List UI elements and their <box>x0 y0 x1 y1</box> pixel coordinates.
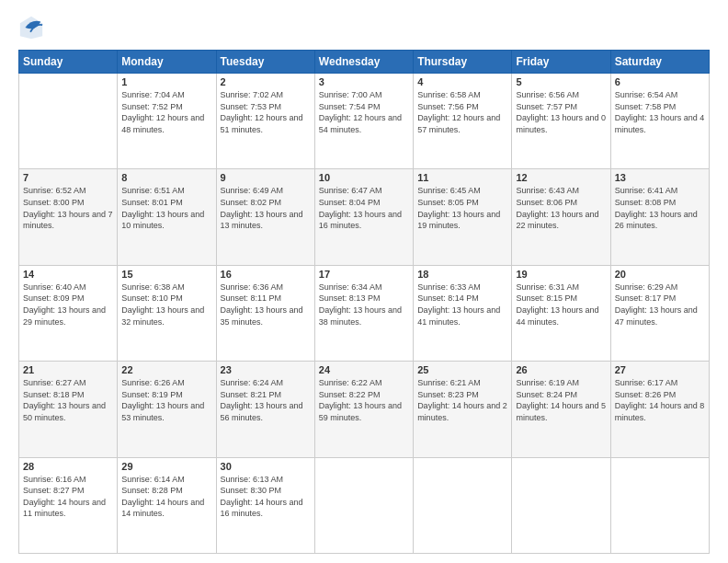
day-info: Sunrise: 6:33 AMSunset: 8:14 PMDaylight:… <box>417 282 507 327</box>
day-number: 12 <box>516 172 606 183</box>
calendar-cell: 7Sunrise: 6:52 AMSunset: 8:00 PMDaylight… <box>19 169 118 265</box>
day-number: 13 <box>615 172 705 183</box>
day-info: Sunrise: 6:22 AMSunset: 8:22 PMDaylight:… <box>319 377 409 423</box>
calendar-cell <box>610 457 709 553</box>
day-number: 22 <box>121 364 211 375</box>
calendar-cell: 9Sunrise: 6:49 AMSunset: 8:02 PMDaylight… <box>216 169 314 265</box>
weekday-header: Wednesday <box>314 51 413 74</box>
calendar-table: SundayMondayTuesdayWednesdayThursdayFrid… <box>18 50 710 554</box>
day-number: 19 <box>516 269 606 280</box>
calendar-cell: 29Sunrise: 6:14 AMSunset: 8:28 PMDayligh… <box>118 457 216 553</box>
day-number: 2 <box>221 76 311 87</box>
calendar-cell: 16Sunrise: 6:36 AMSunset: 8:11 PMDayligh… <box>216 265 314 361</box>
calendar-cell: 30Sunrise: 6:13 AMSunset: 8:30 PMDayligh… <box>216 457 314 553</box>
day-number: 28 <box>23 461 113 472</box>
day-info: Sunrise: 7:00 AMSunset: 7:54 PMDaylight:… <box>319 89 409 135</box>
day-number: 25 <box>417 364 507 375</box>
day-number: 14 <box>23 269 113 280</box>
calendar-cell: 22Sunrise: 6:26 AMSunset: 8:19 PMDayligh… <box>118 362 216 457</box>
day-number: 5 <box>516 76 606 87</box>
day-info: Sunrise: 6:16 AMSunset: 8:27 PMDaylight:… <box>23 474 113 520</box>
calendar-cell <box>512 457 610 553</box>
day-number: 17 <box>319 269 409 280</box>
calendar-cell: 11Sunrise: 6:45 AMSunset: 8:05 PMDayligh… <box>414 169 512 265</box>
calendar-week-row: 7Sunrise: 6:52 AMSunset: 8:00 PMDaylight… <box>19 169 710 265</box>
weekday-header: Friday <box>512 51 610 74</box>
day-number: 9 <box>221 172 311 183</box>
day-number: 8 <box>121 172 211 183</box>
day-number: 10 <box>319 172 409 183</box>
day-number: 16 <box>221 269 311 280</box>
calendar-cell <box>414 457 512 553</box>
day-info: Sunrise: 6:17 AMSunset: 8:26 PMDaylight:… <box>615 377 705 423</box>
calendar-cell <box>19 74 118 169</box>
calendar-cell: 23Sunrise: 6:24 AMSunset: 8:21 PMDayligh… <box>216 362 314 457</box>
day-number: 26 <box>516 364 606 375</box>
day-number: 7 <box>23 172 113 183</box>
calendar-cell: 6Sunrise: 6:54 AMSunset: 7:58 PMDaylight… <box>610 74 709 169</box>
day-info: Sunrise: 6:24 AMSunset: 8:21 PMDaylight:… <box>221 377 311 423</box>
day-number: 27 <box>615 364 705 375</box>
calendar-week-row: 21Sunrise: 6:27 AMSunset: 8:18 PMDayligh… <box>19 362 710 457</box>
calendar-header-row: SundayMondayTuesdayWednesdayThursdayFrid… <box>19 51 710 74</box>
day-info: Sunrise: 6:52 AMSunset: 8:00 PMDaylight:… <box>23 185 113 231</box>
calendar-cell: 26Sunrise: 6:19 AMSunset: 8:24 PMDayligh… <box>512 362 610 457</box>
weekday-header: Tuesday <box>216 51 314 74</box>
day-info: Sunrise: 6:26 AMSunset: 8:19 PMDaylight:… <box>121 377 211 423</box>
calendar-week-row: 14Sunrise: 6:40 AMSunset: 8:09 PMDayligh… <box>19 265 710 361</box>
day-number: 4 <box>417 76 507 87</box>
calendar-cell: 2Sunrise: 7:02 AMSunset: 7:53 PMDaylight… <box>216 74 314 169</box>
day-number: 21 <box>23 364 113 375</box>
day-number: 29 <box>121 461 211 472</box>
day-number: 11 <box>417 172 507 183</box>
day-number: 23 <box>221 364 311 375</box>
day-info: Sunrise: 6:45 AMSunset: 8:05 PMDaylight:… <box>417 185 507 231</box>
day-info: Sunrise: 6:58 AMSunset: 7:56 PMDaylight:… <box>417 89 507 135</box>
day-info: Sunrise: 6:21 AMSunset: 8:23 PMDaylight:… <box>417 377 507 423</box>
calendar-cell: 4Sunrise: 6:58 AMSunset: 7:56 PMDaylight… <box>414 74 512 169</box>
calendar-cell: 24Sunrise: 6:22 AMSunset: 8:22 PMDayligh… <box>314 362 413 457</box>
calendar-cell: 25Sunrise: 6:21 AMSunset: 8:23 PMDayligh… <box>414 362 512 457</box>
weekday-header: Thursday <box>414 51 512 74</box>
day-info: Sunrise: 6:29 AMSunset: 8:17 PMDaylight:… <box>615 282 705 327</box>
calendar-cell: 3Sunrise: 7:00 AMSunset: 7:54 PMDaylight… <box>314 74 413 169</box>
header <box>18 15 710 40</box>
calendar-cell: 8Sunrise: 6:51 AMSunset: 8:01 PMDaylight… <box>118 169 216 265</box>
day-info: Sunrise: 6:13 AMSunset: 8:30 PMDaylight:… <box>221 474 311 520</box>
calendar-cell: 12Sunrise: 6:43 AMSunset: 8:06 PMDayligh… <box>512 169 610 265</box>
day-info: Sunrise: 6:56 AMSunset: 7:57 PMDaylight:… <box>516 89 606 135</box>
day-info: Sunrise: 6:34 AMSunset: 8:13 PMDaylight:… <box>319 282 409 327</box>
calendar-cell: 21Sunrise: 6:27 AMSunset: 8:18 PMDayligh… <box>19 362 118 457</box>
day-number: 18 <box>417 269 507 280</box>
day-info: Sunrise: 6:19 AMSunset: 8:24 PMDaylight:… <box>516 377 606 423</box>
calendar-cell: 20Sunrise: 6:29 AMSunset: 8:17 PMDayligh… <box>610 265 709 361</box>
day-info: Sunrise: 7:04 AMSunset: 7:52 PMDaylight:… <box>121 89 211 135</box>
day-info: Sunrise: 6:36 AMSunset: 8:11 PMDaylight:… <box>221 282 311 327</box>
calendar-cell: 13Sunrise: 6:41 AMSunset: 8:08 PMDayligh… <box>610 169 709 265</box>
calendar-cell: 17Sunrise: 6:34 AMSunset: 8:13 PMDayligh… <box>314 265 413 361</box>
calendar-cell: 19Sunrise: 6:31 AMSunset: 8:15 PMDayligh… <box>512 265 610 361</box>
day-info: Sunrise: 6:47 AMSunset: 8:04 PMDaylight:… <box>319 185 409 231</box>
calendar-cell: 10Sunrise: 6:47 AMSunset: 8:04 PMDayligh… <box>314 169 413 265</box>
calendar-week-row: 1Sunrise: 7:04 AMSunset: 7:52 PMDaylight… <box>19 74 710 169</box>
day-info: Sunrise: 6:51 AMSunset: 8:01 PMDaylight:… <box>121 185 211 231</box>
logo-icon <box>18 15 44 40</box>
calendar-cell: 15Sunrise: 6:38 AMSunset: 8:10 PMDayligh… <box>118 265 216 361</box>
day-info: Sunrise: 6:27 AMSunset: 8:18 PMDaylight:… <box>23 377 113 423</box>
day-number: 1 <box>121 76 211 87</box>
weekday-header: Sunday <box>19 51 118 74</box>
weekday-header: Monday <box>118 51 216 74</box>
calendar-cell: 18Sunrise: 6:33 AMSunset: 8:14 PMDayligh… <box>414 265 512 361</box>
calendar-page: SundayMondayTuesdayWednesdayThursdayFrid… <box>0 0 728 563</box>
logo <box>18 15 48 40</box>
calendar-cell: 1Sunrise: 7:04 AMSunset: 7:52 PMDaylight… <box>118 74 216 169</box>
day-number: 30 <box>221 461 311 472</box>
day-info: Sunrise: 7:02 AMSunset: 7:53 PMDaylight:… <box>221 89 311 135</box>
day-number: 24 <box>319 364 409 375</box>
calendar-cell <box>314 457 413 553</box>
day-number: 3 <box>319 76 409 87</box>
day-info: Sunrise: 6:49 AMSunset: 8:02 PMDaylight:… <box>221 185 311 231</box>
day-number: 15 <box>121 269 211 280</box>
day-number: 6 <box>615 76 705 87</box>
day-info: Sunrise: 6:41 AMSunset: 8:08 PMDaylight:… <box>615 185 705 231</box>
